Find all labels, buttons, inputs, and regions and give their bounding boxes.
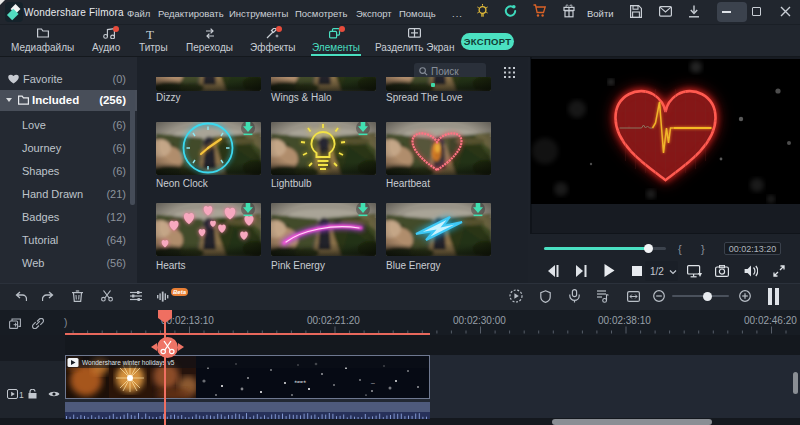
svg-text:1: 1 — [19, 390, 24, 399]
svg-text:ᵥᵥᵥ: ᵥᵥᵥ — [370, 380, 376, 385]
svg-text:Wondershare winter holidays v5: Wondershare winter holidays v5 — [82, 359, 175, 367]
svg-text:∗𝑤𝑤∗: ∗𝑤𝑤∗ — [294, 379, 306, 384]
